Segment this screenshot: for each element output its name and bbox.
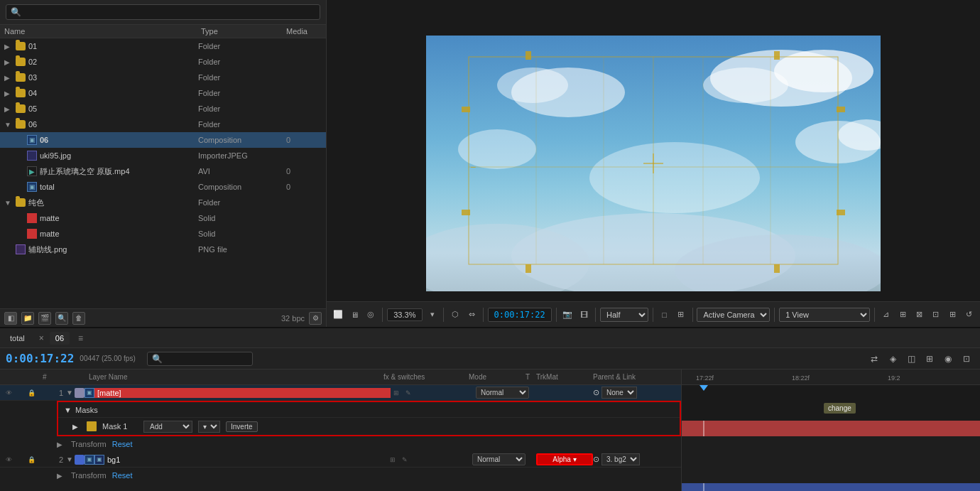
layer-mode-2[interactable]: Normal: [472, 453, 526, 465]
mask1-expand[interactable]: ▶: [72, 423, 81, 431]
transform2-expand[interactable]: ▶: [57, 472, 65, 480]
search-btn[interactable]: 🔍: [55, 312, 68, 325]
sw4[interactable]: [427, 387, 438, 399]
layer-eye-btn-2[interactable]: 👁: [3, 454, 14, 465]
layer-lock-btn[interactable]: 🔒: [26, 387, 37, 399]
tab-total[interactable]: total: [4, 332, 31, 345]
list-item[interactable]: ▣ total Composition 0: [0, 179, 326, 195]
sw2-2[interactable]: ✎: [399, 454, 410, 465]
fit-to-comp-btn[interactable]: ⬡: [448, 306, 462, 323]
viewer-lock-btn[interactable]: 🖥: [347, 306, 361, 323]
mask1-invert-btn[interactable]: Inverte: [226, 421, 258, 432]
layer-expand-2[interactable]: ▼: [66, 455, 75, 463]
tl-btn-3[interactable]: ◫: [903, 351, 919, 367]
layer-mode-1[interactable]: Normal: [476, 387, 529, 399]
list-item[interactable]: ▶ 05 Folder: [0, 101, 326, 117]
list-item[interactable]: matte Solid: [0, 210, 326, 226]
sw2-5[interactable]: [435, 454, 447, 465]
layer-trkmat-2[interactable]: Alpha ▾: [536, 453, 593, 465]
zoom-display[interactable]: 33.3%: [387, 308, 423, 321]
list-item[interactable]: 辅助线.png PNG file: [0, 242, 326, 257]
snapshot-btn[interactable]: 📷: [561, 306, 575, 323]
tab-06[interactable]: 06: [50, 332, 70, 345]
list-item[interactable]: ▼ 纯色 Folder: [0, 195, 326, 210]
layer-eye-btn[interactable]: 👁: [3, 387, 14, 399]
fast-preview2-btn[interactable]: ⊞: [674, 306, 687, 323]
list-item[interactable]: uki95.jpg ImporterJPEG: [0, 148, 326, 163]
new-comp-btn[interactable]: 🎬: [38, 312, 51, 325]
camera-select[interactable]: Active Camera: [697, 308, 770, 322]
list-item[interactable]: ▶ 04 Folder: [0, 85, 326, 101]
parent-select-2[interactable]: 3. bg2 None: [601, 453, 640, 465]
view-select[interactable]: 1 View 2 Views - Horizontal 4 Views: [779, 308, 870, 322]
expander-icon[interactable]: ▼: [4, 121, 13, 129]
region-of-interest-btn[interactable]: ⬜: [331, 306, 344, 323]
transform2-reset-btn[interactable]: Reset: [112, 471, 133, 480]
delete-btn[interactable]: 🗑: [72, 312, 85, 325]
tl-btn-1[interactable]: ⇄: [866, 351, 882, 367]
show-snapshot-btn[interactable]: 🎞: [577, 306, 591, 323]
expander-icon[interactable]: ▶: [4, 43, 13, 50]
mask1-mode-select[interactable]: Add Subtract Intersect: [143, 421, 192, 433]
3d-view-btn[interactable]: ⊿: [879, 306, 893, 323]
list-item[interactable]: ▼ 06 Folder: [0, 117, 326, 132]
expander-icon[interactable]: ▶: [4, 105, 13, 113]
search-input[interactable]: [24, 7, 315, 17]
time-display[interactable]: 0:00:17:22: [488, 308, 552, 322]
new-folder-btn[interactable]: 📁: [21, 312, 34, 325]
layer-lock-btn-2[interactable]: 🔒: [26, 454, 37, 465]
tl-btn-2[interactable]: ◈: [885, 351, 900, 367]
sw5[interactable]: [439, 387, 450, 399]
transform-reset-btn[interactable]: Reset: [112, 440, 133, 448]
reset-exposure-btn[interactable]: ↺: [962, 306, 976, 323]
mask1-mode2-select[interactable]: ▾: [198, 421, 220, 433]
tl-btn-4[interactable]: ⊞: [922, 351, 937, 367]
sw2[interactable]: ✎: [403, 387, 414, 399]
fit-to-comp2-btn[interactable]: ⇔: [464, 306, 478, 323]
expander-icon[interactable]: ▶: [4, 90, 13, 97]
parent-select-1[interactable]: None: [601, 387, 637, 399]
expander-icon[interactable]: ▶: [4, 74, 13, 82]
list-item[interactable]: ▶ 02 Folder: [0, 54, 326, 70]
tab-menu[interactable]: ≡: [78, 333, 83, 343]
layer-extra-btn[interactable]: [37, 387, 48, 399]
sw2-1[interactable]: ⊞: [387, 454, 398, 465]
layer-row-1[interactable]: 👁 🔒 1 ▼ ▣ [matte] ⊞ ✎: [0, 385, 681, 401]
layer-row-2[interactable]: 👁 🔒 2 ▼ ▣ ▣ bg1 ⊞ ✎: [0, 452, 681, 468]
settings-btn[interactable]: ⚙: [309, 312, 322, 325]
safe-zones-btn[interactable]: ⊞: [895, 306, 909, 323]
tl-btn-5[interactable]: ◉: [940, 351, 956, 367]
masks-expand-icon[interactable]: ▼: [64, 406, 72, 414]
transparency-btn[interactable]: ◎: [364, 306, 378, 323]
layer-extra-btn-2[interactable]: [37, 454, 48, 465]
sw2-3[interactable]: [411, 454, 423, 465]
sw2-4[interactable]: [423, 454, 435, 465]
layer-solo-btn[interactable]: [14, 387, 26, 399]
quality-select[interactable]: Half Full Third Quarter: [600, 308, 648, 322]
sw2-6[interactable]: [447, 454, 459, 465]
list-item[interactable]: ▶ 03 Folder: [0, 70, 326, 85]
sw7[interactable]: [463, 387, 474, 399]
list-item[interactable]: ▶ 01 Folder: [0, 38, 326, 54]
search-wrap[interactable]: 🔍: [6, 4, 320, 20]
grid-btn[interactable]: ⊠: [913, 306, 926, 323]
expander-icon[interactable]: ▶: [4, 58, 13, 66]
sw2-7[interactable]: [459, 454, 471, 465]
expander-icon[interactable]: ▼: [4, 199, 13, 207]
tab-close[interactable]: ×: [39, 333, 44, 343]
tl-btn-6[interactable]: ⊡: [959, 351, 974, 367]
ruler-btn[interactable]: ⊞: [945, 306, 959, 323]
transform-expand[interactable]: ▶: [57, 441, 65, 448]
list-item[interactable]: ▶ 靜止系琥璃之空 原版.mp4 AVI 0: [0, 163, 326, 179]
guides-btn[interactable]: ⊡: [929, 306, 942, 323]
layer-solo-btn-2[interactable]: [14, 454, 26, 465]
list-item[interactable]: matte Solid: [0, 226, 326, 242]
list-item[interactable]: ▣ 06 Composition 0: [0, 132, 326, 148]
new-item-btn[interactable]: ◧: [4, 312, 17, 325]
sw6[interactable]: [451, 387, 462, 399]
zoom-dropdown-btn[interactable]: ▾: [425, 306, 439, 323]
layer-expand-1[interactable]: ▼: [66, 389, 75, 396]
sw3[interactable]: [415, 387, 426, 399]
current-time-display[interactable]: 0:00:17:22: [6, 352, 74, 365]
fast-preview-btn[interactable]: □: [658, 306, 671, 323]
